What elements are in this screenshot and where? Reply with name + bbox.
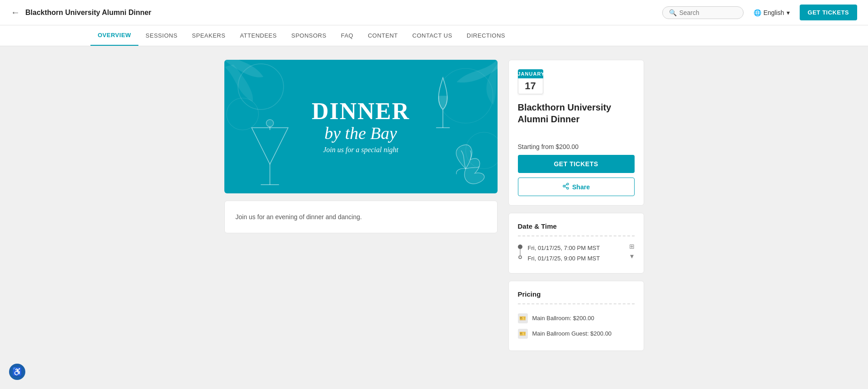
- description-text: Join us for an evening of dinner and dan…: [236, 212, 486, 222]
- pricing-card: Pricing 🎫 Main Ballroom: $200.00 🎫 Main …: [508, 281, 644, 351]
- pricing-item-1: Main Ballroom: $200.00: [532, 315, 594, 322]
- date-day: 17: [518, 78, 543, 94]
- svg-point-11: [563, 185, 565, 187]
- left-column: DINNER by the Bay Join us for a special …: [224, 60, 498, 351]
- share-icon: [562, 182, 569, 191]
- nav-item-attendees[interactable]: ATTENDEES: [232, 26, 284, 45]
- time-start: Fri, 01/17/25, 7:00 PM MST: [528, 243, 624, 253]
- event-banner: DINNER by the Bay Join us for a special …: [224, 60, 498, 193]
- accessibility-button[interactable]: ♿: [9, 364, 25, 365]
- svg-point-12: [567, 187, 569, 189]
- expand-icon[interactable]: ▾: [630, 252, 634, 260]
- pricing-title: Pricing: [518, 290, 635, 298]
- back-button[interactable]: ←: [11, 7, 20, 18]
- chevron-down-icon: ▾: [787, 9, 790, 16]
- search-box[interactable]: 🔍: [662, 6, 744, 19]
- datetime-divider: [518, 235, 635, 236]
- event-card-title: Blackthorn University Alumni Dinner: [518, 101, 635, 125]
- pricing-row-2: 🎫 Main Ballroom Guest: $200.00: [518, 326, 635, 341]
- calendar-icon[interactable]: ⊞: [629, 243, 635, 250]
- ticket-icon-2: 🎫: [518, 329, 528, 339]
- search-input[interactable]: [679, 9, 734, 16]
- svg-line-14: [565, 184, 567, 186]
- language-label: English: [764, 9, 784, 16]
- dot-start: [518, 245, 522, 249]
- nav-item-directions[interactable]: DIRECTIONS: [460, 26, 512, 45]
- date-month: JANUARY: [518, 69, 543, 78]
- datetime-card: Date & Time Fri, 01/17/25, 7:00 PM MST F…: [508, 213, 644, 274]
- nav-item-overview[interactable]: OVERVIEW: [90, 25, 138, 46]
- header-get-tickets-button[interactable]: GET TICKETS: [800, 5, 857, 20]
- datetime-title: Date & Time: [518, 222, 635, 230]
- time-texts: Fri, 01/17/25, 7:00 PM MST Fri, 01/17/25…: [528, 243, 624, 264]
- time-block: Fri, 01/17/25, 7:00 PM MST Fri, 01/17/25…: [518, 243, 635, 264]
- svg-point-1: [227, 98, 258, 130]
- nav: OVERVIEW SESSIONS SPEAKERS ATTENDEES SPO…: [0, 25, 868, 46]
- right-column: JANUARY 17 Blackthorn University Alumni …: [508, 60, 644, 351]
- banner-tagline: Join us for a special night: [312, 146, 410, 154]
- header-actions: 🔍 🌐 English ▾ GET TICKETS: [662, 5, 857, 20]
- pricing-divider: [518, 303, 635, 304]
- banner-title-main: DINNER: [312, 100, 410, 123]
- header-title: Blackthorn University Alumni Dinner: [25, 9, 662, 17]
- time-dots: [518, 245, 522, 259]
- share-label: Share: [572, 183, 590, 191]
- time-actions: ⊞ ▾: [629, 243, 635, 260]
- banner-title-sub: by the Bay: [312, 123, 410, 143]
- event-card: JANUARY 17 Blackthorn University Alumni …: [508, 60, 644, 206]
- svg-point-4: [266, 120, 273, 127]
- ticket-icon-1: 🎫: [518, 313, 528, 323]
- search-icon: 🔍: [669, 9, 677, 16]
- nav-item-contact-us[interactable]: CONTACT US: [405, 26, 460, 45]
- get-tickets-button[interactable]: GET TICKETS: [518, 155, 635, 173]
- time-end: Fri, 01/17/25, 9:00 PM MST: [528, 253, 624, 264]
- starting-from: Starting from $200.00: [518, 143, 635, 150]
- main-content: DINNER by the Bay Join us for a special …: [217, 60, 651, 351]
- dot-connector: [520, 249, 521, 255]
- globe-icon: 🌐: [754, 9, 761, 16]
- svg-line-13: [565, 187, 567, 188]
- share-button[interactable]: Share: [518, 178, 635, 196]
- date-badge-wrapper: JANUARY 17: [518, 69, 543, 94]
- svg-point-10: [567, 183, 569, 185]
- nav-item-sponsors[interactable]: SPONSORS: [284, 26, 334, 45]
- nav-item-sessions[interactable]: SESSIONS: [138, 26, 185, 45]
- header: ← Blackthorn University Alumni Dinner 🔍 …: [0, 0, 868, 25]
- pricing-item-2: Main Ballroom Guest: $200.00: [532, 330, 612, 337]
- nav-item-faq[interactable]: FAQ: [334, 26, 361, 45]
- description-box: Join us for an evening of dinner and dan…: [224, 201, 498, 233]
- nav-item-speakers[interactable]: SPEAKERS: [185, 26, 232, 45]
- dot-end: [518, 255, 522, 259]
- pricing-row-1: 🎫 Main Ballroom: $200.00: [518, 311, 635, 326]
- banner-text: DINNER by the Bay Join us for a special …: [312, 100, 410, 154]
- language-button[interactable]: 🌐 English ▾: [749, 6, 794, 19]
- nav-item-content[interactable]: CONTENT: [360, 26, 405, 45]
